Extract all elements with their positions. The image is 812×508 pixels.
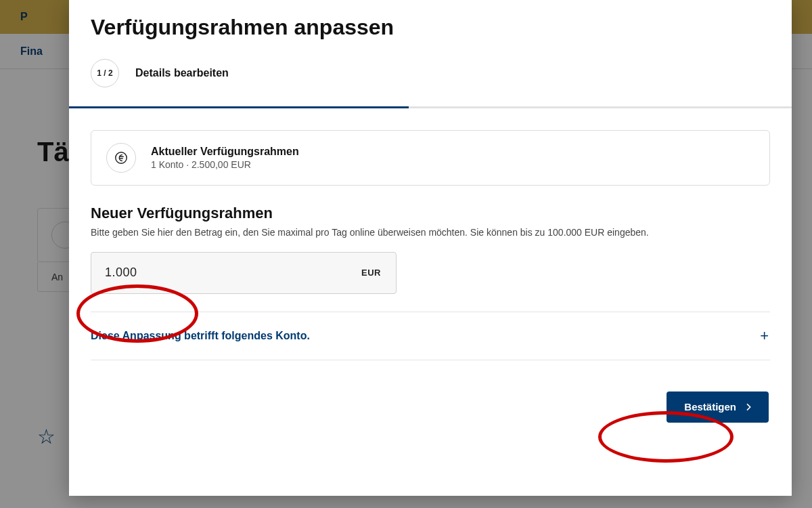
current-limit-subtitle: 1 Konto · 2.500,00 EUR [151,159,299,170]
step-counter: 1 / 2 [91,59,119,87]
stepper: 1 / 2 Details bearbeiten [69,40,792,106]
affected-account-label: Diese Anpassung betrifft folgendes Konto… [91,330,310,342]
euro-limit-icon [106,143,136,173]
svg-point-0 [116,152,127,164]
confirm-button[interactable]: Bestätigen [667,391,769,423]
confirm-button-label: Bestätigen [684,401,736,412]
chevron-right-icon [743,402,754,412]
amount-input[interactable] [105,266,382,280]
adjust-limit-modal: Verfügungsrahmen anpassen 1 / 2 Details … [69,0,792,496]
amount-input-wrapper[interactable]: EUR [91,252,397,294]
affected-account-toggle[interactable]: Diese Anpassung betrifft folgendes Konto… [91,312,770,360]
new-limit-heading: Neuer Verfügungsrahmen [91,205,770,222]
modal-title: Verfügungsrahmen anpassen [69,0,792,40]
current-limit-card: Aktueller Verfügungsrahmen 1 Konto · 2.5… [91,130,770,186]
currency-label: EUR [361,268,381,278]
plus-icon: + [760,327,770,345]
current-limit-title: Aktueller Verfügungsrahmen [151,146,299,158]
new-limit-description: Bitte geben Sie hier den Betrag ein, den… [91,226,770,240]
step-label: Details bearbeiten [135,67,229,79]
progress-fill [69,106,409,108]
